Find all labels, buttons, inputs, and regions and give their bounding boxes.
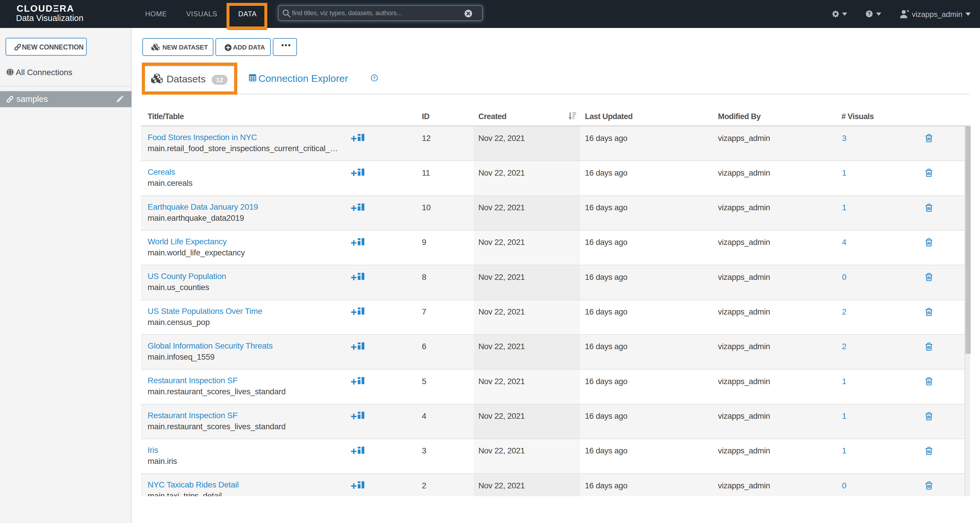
svg-text:?: ? [373, 76, 375, 80]
svg-text:?: ? [868, 11, 870, 17]
svg-text:*: * [907, 9, 909, 15]
